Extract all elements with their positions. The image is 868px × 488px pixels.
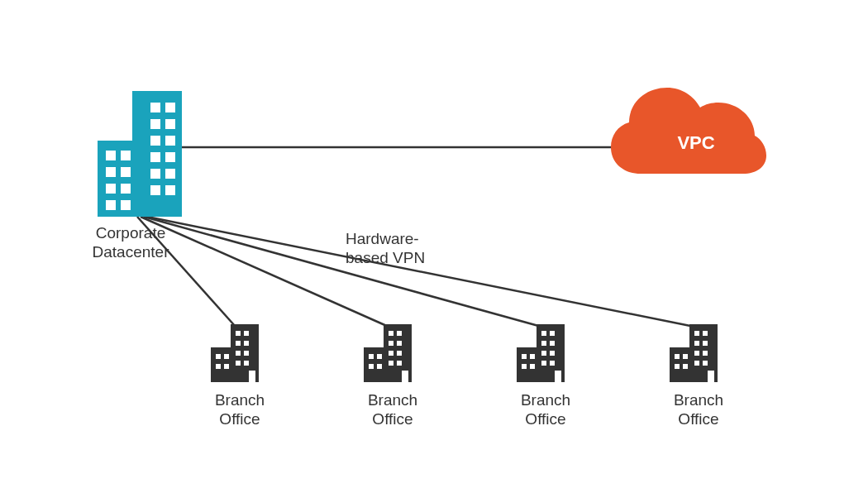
svg-rect-3	[165, 103, 175, 112]
branch-3: Branch Office	[517, 324, 570, 428]
svg-rect-12	[150, 185, 160, 195]
svg-rect-19	[121, 184, 131, 194]
svg-rect-11	[165, 169, 175, 179]
branch-buildings-icon	[211, 324, 259, 382]
link-dc-branch3	[144, 217, 541, 327]
svg-rect-15	[121, 151, 131, 160]
branch-2: Branch Office	[364, 324, 417, 428]
link-label-line2: based VPN	[346, 249, 425, 266]
branch-buildings-icon	[364, 324, 412, 382]
branch-buildings-icon	[670, 324, 718, 382]
datacenter-buildings-icon	[98, 91, 182, 217]
svg-rect-6	[150, 136, 160, 146]
branch2-label-2: Office	[372, 410, 413, 428]
svg-rect-21	[121, 200, 131, 210]
branch-1: Branch Office	[211, 324, 265, 428]
svg-rect-4	[150, 119, 160, 129]
svg-rect-14	[106, 151, 116, 160]
svg-rect-13	[165, 185, 175, 195]
branch1-label-2: Office	[219, 410, 260, 428]
branch4-label-1: Branch	[674, 391, 723, 409]
branch3-label-2: Office	[525, 410, 565, 428]
link-label-line1: Hardware-	[346, 230, 419, 247]
branch4-label-2: Office	[678, 410, 718, 428]
vpc-cloud: VPC	[611, 88, 766, 174]
link-dc-branch4	[147, 217, 694, 327]
cloud-label: VPC	[677, 132, 714, 153]
svg-rect-18	[106, 184, 116, 194]
svg-rect-17	[121, 167, 131, 177]
cloud-icon	[611, 88, 766, 174]
svg-rect-8	[150, 152, 160, 162]
datacenter-label-2: Datacenter	[93, 243, 170, 261]
svg-rect-16	[106, 167, 116, 177]
svg-rect-10	[150, 169, 160, 179]
svg-rect-5	[165, 119, 175, 129]
svg-rect-2	[150, 103, 160, 112]
svg-rect-20	[106, 200, 116, 210]
branch-4: Branch Office	[670, 324, 723, 428]
datacenter-label-1: Corporate	[96, 224, 166, 242]
datacenter: Corporate Datacenter	[93, 91, 182, 261]
branch-buildings-icon	[517, 324, 565, 382]
branch3-label-1: Branch	[521, 391, 570, 409]
svg-rect-7	[165, 136, 175, 146]
branch2-label-1: Branch	[368, 391, 417, 409]
link-label: Hardware- based VPN	[346, 230, 425, 266]
branch1-label-1: Branch	[215, 391, 265, 409]
svg-rect-9	[165, 152, 175, 162]
